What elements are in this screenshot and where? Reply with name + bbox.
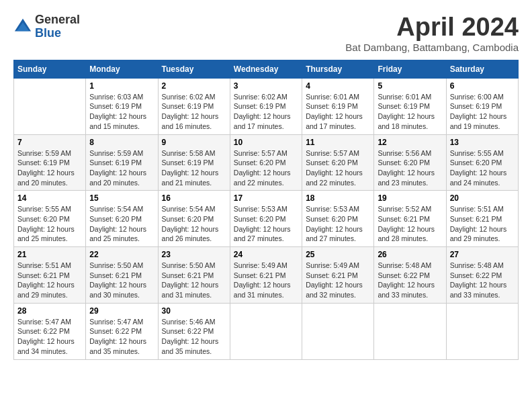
calendar-cell: 10Sunrise: 5:57 AMSunset: 6:20 PMDayligh… (230, 134, 302, 191)
calendar-cell: 28Sunrise: 5:47 AMSunset: 6:22 PMDayligh… (14, 303, 86, 359)
calendar-cell: 22Sunrise: 5:50 AMSunset: 6:21 PMDayligh… (86, 247, 158, 304)
week-row-5: 28Sunrise: 5:47 AMSunset: 6:22 PMDayligh… (14, 303, 519, 359)
month-title: April 2024 (345, 13, 519, 42)
day-number: 6 (450, 81, 515, 91)
week-row-3: 14Sunrise: 5:55 AMSunset: 6:20 PMDayligh… (14, 191, 519, 247)
day-info: Sunrise: 5:53 AMSunset: 6:20 PMDaylight:… (234, 204, 298, 244)
day-number: 10 (234, 138, 298, 147)
day-number: 22 (89, 250, 154, 259)
day-info: Sunrise: 5:50 AMSunset: 6:21 PMDaylight:… (162, 261, 226, 300)
day-info: Sunrise: 5:55 AMSunset: 6:20 PMDaylight:… (450, 148, 515, 188)
day-info: Sunrise: 5:50 AMSunset: 6:21 PMDaylight:… (89, 261, 154, 300)
day-number: 7 (17, 138, 82, 147)
day-info: Sunrise: 5:47 AMSunset: 6:22 PMDaylight:… (17, 317, 82, 357)
calendar-cell: 12Sunrise: 5:56 AMSunset: 6:20 PMDayligh… (374, 134, 446, 191)
day-number: 20 (450, 193, 515, 203)
day-number: 8 (89, 138, 154, 147)
calendar-cell: 5Sunrise: 6:01 AMSunset: 6:19 PMDaylight… (374, 78, 446, 134)
day-number: 4 (306, 81, 370, 91)
day-info: Sunrise: 5:54 AMSunset: 6:20 PMDaylight:… (162, 204, 226, 244)
header-saturday: Saturday (446, 60, 518, 78)
calendar-header: SundayMondayTuesdayWednesdayThursdayFrid… (14, 60, 519, 78)
header-thursday: Thursday (302, 60, 374, 78)
logo-general: General (35, 13, 80, 27)
day-info: Sunrise: 5:57 AMSunset: 6:20 PMDaylight:… (306, 148, 370, 188)
day-number: 1 (89, 81, 154, 91)
calendar-cell: 16Sunrise: 5:54 AMSunset: 6:20 PMDayligh… (158, 191, 230, 247)
logo-text: General Blue (35, 13, 80, 40)
day-info: Sunrise: 6:02 AMSunset: 6:19 PMDaylight:… (162, 92, 226, 132)
day-number: 23 (162, 250, 226, 259)
location: Bat Dambang, Battambang, Cambodia (345, 42, 519, 53)
day-info: Sunrise: 5:48 AMSunset: 6:22 PMDaylight:… (450, 261, 515, 300)
day-info: Sunrise: 5:52 AMSunset: 6:21 PMDaylight:… (378, 204, 442, 244)
day-info: Sunrise: 5:57 AMSunset: 6:20 PMDaylight:… (234, 148, 298, 188)
header-friday: Friday (374, 60, 446, 78)
logo-icon (13, 17, 32, 36)
calendar-cell: 8Sunrise: 5:59 AMSunset: 6:19 PMDaylight… (86, 134, 158, 191)
day-number: 12 (378, 138, 442, 147)
header-wednesday: Wednesday (230, 60, 302, 78)
calendar-cell: 3Sunrise: 6:02 AMSunset: 6:19 PMDaylight… (230, 78, 302, 134)
calendar-cell: 6Sunrise: 6:00 AMSunset: 6:19 PMDaylight… (446, 78, 518, 134)
day-number: 16 (162, 193, 226, 203)
calendar-cell (374, 303, 446, 359)
day-info: Sunrise: 6:03 AMSunset: 6:19 PMDaylight:… (89, 92, 154, 132)
day-number: 29 (89, 306, 154, 316)
day-number: 3 (234, 81, 298, 91)
calendar-cell: 25Sunrise: 5:49 AMSunset: 6:21 PMDayligh… (302, 247, 374, 304)
title-area: April 2024 Bat Dambang, Battambang, Camb… (345, 13, 519, 53)
page-header: General Blue April 2024 Bat Dambang, Bat… (13, 13, 519, 53)
day-info: Sunrise: 6:01 AMSunset: 6:19 PMDaylight:… (378, 92, 442, 132)
day-number: 24 (234, 250, 298, 259)
calendar-body: 1Sunrise: 6:03 AMSunset: 6:19 PMDaylight… (14, 78, 519, 359)
logo-blue: Blue (35, 27, 80, 40)
day-number: 27 (450, 250, 515, 259)
day-info: Sunrise: 5:54 AMSunset: 6:20 PMDaylight:… (89, 204, 154, 244)
day-number: 15 (89, 193, 154, 203)
day-info: Sunrise: 5:49 AMSunset: 6:21 PMDaylight:… (306, 261, 370, 300)
calendar-cell: 9Sunrise: 5:58 AMSunset: 6:19 PMDaylight… (158, 134, 230, 191)
calendar-cell: 29Sunrise: 5:47 AMSunset: 6:22 PMDayligh… (86, 303, 158, 359)
calendar-cell: 17Sunrise: 5:53 AMSunset: 6:20 PMDayligh… (230, 191, 302, 247)
day-number: 18 (306, 193, 370, 203)
day-number: 9 (162, 138, 226, 147)
calendar-cell: 18Sunrise: 5:53 AMSunset: 6:20 PMDayligh… (302, 191, 374, 247)
calendar-cell: 14Sunrise: 5:55 AMSunset: 6:20 PMDayligh… (14, 191, 86, 247)
day-info: Sunrise: 5:49 AMSunset: 6:21 PMDaylight:… (234, 261, 298, 300)
day-info: Sunrise: 5:53 AMSunset: 6:20 PMDaylight:… (306, 204, 370, 244)
day-info: Sunrise: 5:55 AMSunset: 6:20 PMDaylight:… (17, 204, 82, 244)
day-number: 19 (378, 193, 442, 203)
day-number: 11 (306, 138, 370, 147)
day-number: 26 (378, 250, 442, 259)
week-row-4: 21Sunrise: 5:51 AMSunset: 6:21 PMDayligh… (14, 247, 519, 304)
calendar-cell (302, 303, 374, 359)
calendar-cell (446, 303, 518, 359)
day-number: 21 (17, 250, 82, 259)
week-row-1: 1Sunrise: 6:03 AMSunset: 6:19 PMDaylight… (14, 78, 519, 134)
calendar-cell: 13Sunrise: 5:55 AMSunset: 6:20 PMDayligh… (446, 134, 518, 191)
calendar-cell: 24Sunrise: 5:49 AMSunset: 6:21 PMDayligh… (230, 247, 302, 304)
day-number: 17 (234, 193, 298, 203)
calendar-cell (230, 303, 302, 359)
calendar-cell: 20Sunrise: 5:51 AMSunset: 6:21 PMDayligh… (446, 191, 518, 247)
day-info: Sunrise: 5:58 AMSunset: 6:19 PMDaylight:… (162, 148, 226, 188)
day-info: Sunrise: 5:59 AMSunset: 6:19 PMDaylight:… (17, 148, 82, 188)
calendar-cell: 30Sunrise: 5:46 AMSunset: 6:22 PMDayligh… (158, 303, 230, 359)
day-info: Sunrise: 5:46 AMSunset: 6:22 PMDaylight:… (162, 317, 226, 357)
header-row: SundayMondayTuesdayWednesdayThursdayFrid… (14, 60, 519, 78)
calendar-cell: 23Sunrise: 5:50 AMSunset: 6:21 PMDayligh… (158, 247, 230, 304)
day-info: Sunrise: 5:51 AMSunset: 6:21 PMDaylight:… (17, 261, 82, 300)
day-number: 14 (17, 193, 82, 203)
calendar-cell: 11Sunrise: 5:57 AMSunset: 6:20 PMDayligh… (302, 134, 374, 191)
day-number: 5 (378, 81, 442, 91)
day-number: 30 (162, 306, 226, 316)
day-info: Sunrise: 5:47 AMSunset: 6:22 PMDaylight:… (89, 317, 154, 357)
calendar-cell: 1Sunrise: 6:03 AMSunset: 6:19 PMDaylight… (86, 78, 158, 134)
header-monday: Monday (86, 60, 158, 78)
day-info: Sunrise: 5:51 AMSunset: 6:21 PMDaylight:… (450, 204, 515, 244)
calendar-cell: 26Sunrise: 5:48 AMSunset: 6:22 PMDayligh… (374, 247, 446, 304)
header-tuesday: Tuesday (158, 60, 230, 78)
day-number: 28 (17, 306, 82, 316)
day-info: Sunrise: 5:56 AMSunset: 6:20 PMDaylight:… (378, 148, 442, 188)
